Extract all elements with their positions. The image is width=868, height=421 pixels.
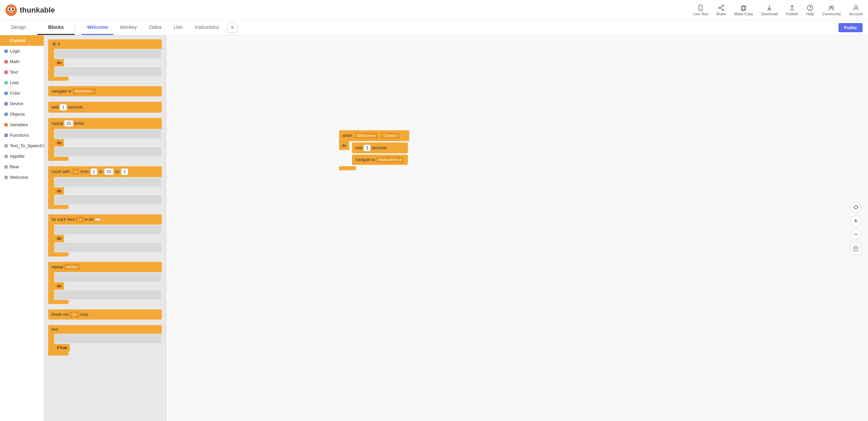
repeat-do-label: do [54, 139, 64, 147]
add-screen-button[interactable]: + [227, 23, 237, 33]
canvas-screen-dropdown[interactable]: Welcome [355, 133, 378, 139]
if-label: if [58, 42, 60, 46]
category-objects[interactable]: Objects [0, 109, 44, 119]
recenter-button[interactable] [850, 202, 861, 213]
logo-container[interactable]: thunkable [5, 4, 55, 16]
download-button[interactable]: Download [761, 4, 778, 16]
tab-instructions[interactable]: Instructions [189, 20, 224, 35]
public-button[interactable]: Public [839, 23, 863, 32]
foreach-do-label: do [54, 235, 64, 242]
canvas-navigate-dropdown[interactable]: Instructions [376, 157, 403, 163]
list-slot[interactable] [95, 218, 101, 221]
tab-blocks[interactable]: Blocks [37, 20, 75, 35]
while-do-label: do [54, 282, 64, 290]
for-each-var-dropdown[interactable]: j [76, 216, 83, 223]
category-logic[interactable]: Logic [0, 46, 44, 56]
main-content: Control Logic Math Text Lists Color Devi… [0, 35, 868, 421]
canvas-when-block-group[interactable]: when Welcome Opens do wait 3 seconds [339, 130, 409, 170]
category-text[interactable]: Text [0, 67, 44, 77]
category-color[interactable]: Color [0, 88, 44, 98]
zoom-in-button[interactable] [850, 215, 861, 226]
svg-line-10 [720, 6, 722, 8]
svg-point-16 [829, 6, 831, 8]
tab-welcome[interactable]: Welcome [82, 20, 113, 35]
screen-tabs: Welcome Monkey Zebra Lion Instructions + [75, 20, 839, 35]
svg-rect-28 [854, 247, 858, 251]
if-block[interactable]: if do [48, 39, 162, 81]
tab-design[interactable]: Design [0, 20, 37, 35]
category-bear[interactable]: Bear [0, 161, 44, 172]
community-button[interactable]: Community [822, 4, 841, 16]
count-var-dropdown[interactable]: i [72, 169, 79, 175]
canvas-navigate-block[interactable]: navigate to Instructions [352, 155, 408, 165]
navigate-screen-dropdown[interactable]: Welcome [73, 88, 96, 94]
canvas-wait-block[interactable]: wait 3 seconds [352, 142, 408, 153]
svg-point-20 [854, 206, 857, 209]
tab-zebra[interactable]: Zebra [143, 20, 167, 35]
tab-lion[interactable]: Lion [168, 20, 188, 35]
help-button[interactable]: Help [806, 4, 814, 16]
community-icon [828, 4, 835, 11]
wait-value[interactable]: 1 [60, 104, 67, 111]
navigate-to-block[interactable]: navigate to Welcome [48, 86, 162, 96]
canvas-when-block[interactable]: when Welcome Opens do wait 3 seconds [339, 130, 409, 170]
svg-point-17 [831, 6, 833, 8]
categories-panel: Control Logic Math Text Lists Color Devi… [0, 35, 44, 421]
category-lists[interactable]: Lists [0, 77, 44, 88]
account-button[interactable]: Account [849, 4, 863, 16]
category-control[interactable]: Control [0, 35, 44, 46]
svg-point-19 [53, 43, 55, 45]
count-from-value[interactable]: 1 [91, 168, 98, 175]
zoom-in-icon [853, 218, 858, 223]
header: thunkable Live Test Share Make Copy Down… [0, 0, 868, 20]
wait-block[interactable]: wait 1 seconds [48, 102, 162, 113]
logo-icon [5, 4, 17, 16]
design-blocks-tabs: Design Blocks [0, 20, 75, 35]
logo-text: thunkable [20, 6, 55, 15]
repeat-value[interactable]: 10 [64, 120, 73, 127]
download-icon [766, 4, 773, 11]
count-with-block[interactable]: count with i from 1 to 10 by 1 do [48, 166, 162, 209]
copy-icon [740, 4, 747, 11]
tab-monkey[interactable]: Monkey [115, 20, 142, 35]
category-device[interactable]: Device [0, 98, 44, 109]
share-button[interactable]: Share [716, 4, 726, 16]
trash-icon [853, 246, 859, 252]
for-each-block[interactable]: for each item j in list do [48, 214, 162, 256]
svg-point-18 [854, 5, 857, 8]
category-welcome[interactable]: Welcome [0, 172, 44, 183]
make-copy-button[interactable]: Make Copy [734, 4, 753, 16]
phone-icon [697, 4, 704, 11]
category-apptitle[interactable]: Apptitle [0, 151, 44, 161]
canvas-do-row: do wait 3 seconds navigate to Instructio… [339, 141, 409, 166]
break-out-block[interactable]: break out of loop [48, 309, 162, 320]
gear-icon [52, 41, 57, 47]
svg-point-15 [810, 9, 810, 9]
test-block[interactable]: test if true [48, 325, 162, 356]
svg-point-3 [9, 8, 11, 10]
break-dropdown[interactable]: of [70, 311, 79, 318]
blocks-panel: if do navigate to Welcome wait 1 seconds [44, 35, 166, 421]
canvas-event-dropdown[interactable]: Opens [381, 133, 399, 139]
count-to-value[interactable]: 10 [104, 168, 113, 175]
svg-point-7 [722, 5, 724, 6]
svg-point-8 [722, 9, 724, 11]
zoom-out-button[interactable] [850, 229, 861, 240]
while-dropdown[interactable]: while [64, 264, 80, 270]
live-test-button[interactable]: Live Test [693, 4, 708, 16]
category-tts[interactable]: Text_To_Speech1 [0, 140, 44, 151]
repeat-times-block[interactable]: repeat 10 times do [48, 118, 162, 161]
svg-point-0 [5, 4, 17, 16]
tabs-row: Design Blocks Welcome Monkey Zebra Lion … [0, 20, 868, 35]
repeat-while-block[interactable]: repeat while do [48, 262, 162, 304]
publish-button[interactable]: Publish [786, 4, 798, 16]
help-icon [807, 4, 813, 11]
category-functions[interactable]: Functions [0, 130, 44, 140]
count-by-value[interactable]: 1 [121, 168, 128, 175]
canvas-wait-value[interactable]: 3 [363, 145, 371, 151]
category-math[interactable]: Math [0, 56, 44, 67]
svg-point-9 [719, 7, 720, 8]
trash-button[interactable] [850, 243, 861, 255]
category-variables[interactable]: Variables [0, 119, 44, 130]
header-left: thunkable [5, 4, 55, 16]
